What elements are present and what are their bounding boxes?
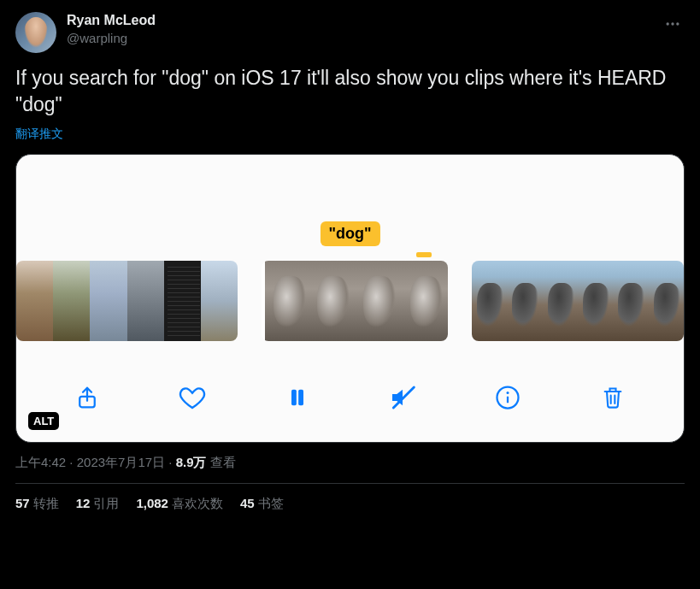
- share-button[interactable]: [70, 380, 104, 415]
- clip-timeline[interactable]: [16, 261, 684, 341]
- heart-icon: [179, 384, 206, 411]
- thumbnail: [53, 261, 90, 341]
- thumbnail: [613, 261, 648, 341]
- thumbnail: [472, 261, 507, 341]
- user-info[interactable]: Ryan McLeod @warpling: [67, 12, 650, 46]
- svg-rect-5: [298, 390, 303, 406]
- thumbnail: [201, 261, 238, 341]
- stats-row: 57转推 12引用 1,082喜欢次数 45书签: [15, 496, 685, 512]
- bookmarks-stat[interactable]: 45书签: [240, 496, 284, 512]
- divider: [15, 483, 685, 484]
- thumbnail: [90, 261, 126, 341]
- like-button[interactable]: [175, 380, 209, 415]
- pause-icon: [285, 386, 309, 409]
- svg-point-2: [676, 22, 679, 25]
- user-handle: @warpling: [67, 30, 650, 47]
- tweet-container: Ryan McLeod @warpling If you search for …: [0, 0, 700, 512]
- quotes-stat[interactable]: 12引用: [76, 496, 120, 512]
- thumbnail: [355, 261, 401, 341]
- media-card[interactable]: "dog": [15, 154, 685, 443]
- tweet-meta[interactable]: 上午4:42 · 2023年7月17日 · 8.9万 查看: [15, 455, 685, 471]
- thumbnail: [578, 261, 613, 341]
- thumbnail: [543, 261, 578, 341]
- thumbnail: [507, 261, 542, 341]
- avatar[interactable]: [15, 12, 56, 53]
- clip-group-1[interactable]: [16, 261, 238, 341]
- thumbnail: [127, 261, 164, 341]
- info-button[interactable]: [491, 380, 525, 415]
- trash-icon: [601, 386, 625, 409]
- ellipsis-icon: [664, 15, 681, 32]
- tweet-time: 上午4:42: [15, 455, 66, 469]
- tweet-text: If you search for "dog" on iOS 17 it'll …: [15, 65, 685, 118]
- svg-point-9: [506, 392, 509, 394]
- scrub-indicator: [416, 252, 432, 257]
- thumbnail: [402, 261, 448, 341]
- thumbnail: [16, 261, 53, 341]
- caption-bubble: "dog": [320, 221, 379, 246]
- mute-icon: [389, 384, 416, 411]
- svg-point-0: [667, 22, 669, 25]
- display-name: Ryan McLeod: [67, 12, 650, 30]
- info-icon: [495, 385, 521, 410]
- thumbnail: [649, 261, 684, 341]
- share-icon: [74, 385, 100, 410]
- tweet-date: 2023年7月17日: [77, 455, 165, 469]
- svg-point-1: [671, 22, 674, 25]
- thumbnail: [164, 261, 201, 341]
- svg-rect-4: [291, 390, 297, 406]
- retweets-stat[interactable]: 57转推: [15, 496, 59, 512]
- thumbnail: [309, 261, 355, 341]
- delete-button[interactable]: [596, 380, 630, 415]
- pause-button[interactable]: [280, 380, 315, 415]
- clip-group-2[interactable]: [262, 261, 448, 341]
- tweet-header: Ryan McLeod @warpling: [15, 12, 685, 53]
- thumbnail: [262, 261, 309, 341]
- alt-badge[interactable]: ALT: [28, 412, 59, 430]
- translate-link[interactable]: 翻译推文: [15, 127, 63, 142]
- likes-stat[interactable]: 1,082喜欢次数: [136, 496, 223, 512]
- mute-button[interactable]: [385, 380, 420, 415]
- views-label: 查看: [207, 455, 236, 469]
- media-toolbar: [16, 377, 684, 418]
- views-count: 8.9万: [176, 455, 207, 469]
- more-button[interactable]: [661, 12, 685, 39]
- clip-group-3[interactable]: [472, 261, 684, 341]
